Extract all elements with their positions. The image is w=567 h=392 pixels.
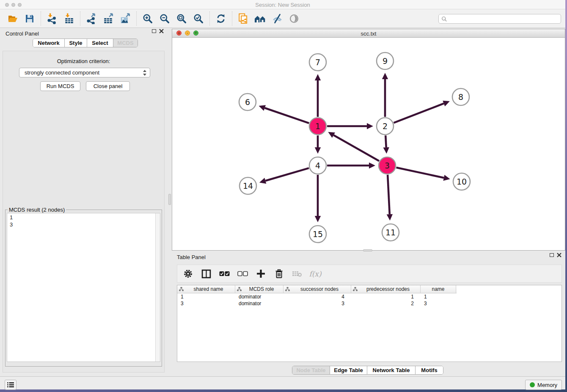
table-body: 1dominator4113dominator323 bbox=[177, 293, 561, 307]
first-neighbors-button[interactable] bbox=[252, 11, 269, 26]
run-mcds-button[interactable]: Run MCDS bbox=[40, 81, 80, 91]
select-stepper-icon bbox=[143, 69, 147, 76]
delete-table-button[interactable] bbox=[292, 269, 303, 279]
graph-node-15[interactable]: 15 bbox=[309, 226, 326, 243]
splitter-grip-horizontal[interactable] bbox=[363, 249, 372, 251]
tab-edge-table[interactable]: Edge Table bbox=[330, 366, 367, 374]
edge-1-6[interactable] bbox=[265, 108, 309, 123]
graph-node-4[interactable]: 4 bbox=[309, 157, 326, 174]
column-header-name[interactable]: name bbox=[421, 285, 456, 293]
tab-mcds[interactable]: MCDS bbox=[113, 39, 138, 47]
tab-style[interactable]: Style bbox=[64, 39, 87, 47]
graph-node-11[interactable]: 11 bbox=[382, 224, 399, 241]
zoom-fit-button[interactable] bbox=[173, 11, 190, 26]
column-header-MCDS-role[interactable]: MCDS role bbox=[235, 285, 284, 293]
function-builder-button[interactable]: f(x) bbox=[310, 269, 321, 279]
svg-text:7: 7 bbox=[315, 58, 320, 67]
table-row[interactable]: 1dominator411 bbox=[177, 293, 561, 300]
export-image-button[interactable] bbox=[117, 11, 134, 26]
graph-node-10[interactable]: 10 bbox=[453, 173, 470, 190]
new-network-from-selection-button[interactable] bbox=[235, 11, 252, 26]
tab-node-table[interactable]: Node Table bbox=[292, 366, 330, 374]
memory-button[interactable]: Memory bbox=[525, 380, 562, 390]
export-table-button[interactable] bbox=[100, 11, 117, 26]
table-cell[interactable]: dominator bbox=[235, 300, 284, 307]
edge-3-1[interactable] bbox=[333, 135, 379, 161]
save-session-button[interactable] bbox=[21, 11, 38, 26]
zoom-in-button[interactable] bbox=[139, 11, 156, 26]
graph-node-6[interactable]: 6 bbox=[239, 94, 256, 110]
table-cell[interactable]: dominator bbox=[235, 293, 284, 300]
graph-node-3[interactable]: 3 bbox=[379, 157, 396, 174]
close-panel-button[interactable]: Close panel bbox=[86, 81, 130, 91]
graph-node-1[interactable]: 1 bbox=[309, 118, 326, 135]
table-cell[interactable]: 3 bbox=[177, 300, 235, 307]
gear-icon bbox=[183, 269, 193, 279]
zoom-selected-button[interactable] bbox=[190, 11, 207, 26]
graph-node-8[interactable]: 8 bbox=[452, 88, 469, 105]
import-network-button[interactable] bbox=[44, 11, 61, 26]
float-table-panel-icon[interactable] bbox=[550, 253, 554, 257]
table-settings-button[interactable] bbox=[182, 269, 193, 279]
search-input[interactable] bbox=[447, 15, 561, 23]
svg-text:2: 2 bbox=[383, 121, 388, 131]
table-cell[interactable]: 2 bbox=[351, 300, 421, 307]
table-cell[interactable]: 3 bbox=[421, 300, 456, 307]
arrowhead-2-9 bbox=[382, 73, 388, 79]
network-canvas[interactable]: 7968124314101511 bbox=[172, 38, 565, 250]
table-cell[interactable]: 1 bbox=[177, 293, 235, 300]
edge-2-8[interactable] bbox=[394, 103, 444, 123]
zoom-selected-icon bbox=[193, 13, 204, 24]
toolbar-separator bbox=[80, 11, 80, 26]
create-column-button[interactable] bbox=[255, 269, 266, 279]
close-table-panel-icon[interactable] bbox=[557, 253, 561, 257]
table-row[interactable]: 3dominator323 bbox=[177, 300, 561, 307]
graph-node-2[interactable]: 2 bbox=[377, 118, 394, 135]
open-session-button[interactable] bbox=[4, 11, 21, 26]
column-header-shared-name[interactable]: shared name bbox=[177, 285, 235, 293]
close-panel-icon[interactable] bbox=[159, 29, 164, 33]
edge-4-14[interactable] bbox=[265, 168, 309, 181]
export-network-button[interactable] bbox=[83, 11, 100, 26]
memory-label: Memory bbox=[537, 382, 557, 388]
graph-node-14[interactable]: 14 bbox=[239, 177, 256, 194]
column-header-predecessor-nodes[interactable]: predecessor nodes bbox=[351, 285, 421, 293]
table-cell[interactable]: 4 bbox=[284, 293, 351, 300]
edge-2-3[interactable] bbox=[385, 135, 386, 147]
eye-slash-icon bbox=[272, 13, 283, 24]
tab-network-table[interactable]: Network Table bbox=[367, 366, 415, 374]
open-folder-icon bbox=[7, 14, 18, 24]
table-cell[interactable]: 1 bbox=[421, 293, 456, 300]
optimization-criterion-label: Optimization criterion: bbox=[3, 58, 164, 64]
table-cell[interactable]: 1 bbox=[351, 293, 421, 300]
svg-text:1: 1 bbox=[315, 121, 320, 131]
tab-motifs[interactable]: Motifs bbox=[415, 366, 443, 374]
hide-selected-button[interactable] bbox=[269, 11, 286, 26]
edge-3-10[interactable] bbox=[396, 168, 444, 178]
tab-network[interactable]: Network bbox=[33, 39, 64, 47]
control-panel-title: Control Panel bbox=[6, 30, 39, 37]
control-panel-tabs: NetworkStyleSelectMCDS bbox=[33, 39, 138, 47]
task-history-button[interactable] bbox=[5, 380, 17, 390]
edge-3-11[interactable] bbox=[388, 175, 390, 214]
mcds-result-box[interactable]: 1 3 bbox=[7, 213, 160, 362]
search-icon bbox=[441, 16, 447, 22]
zoom-out-button[interactable] bbox=[156, 11, 173, 26]
tab-select[interactable]: Select bbox=[87, 39, 113, 47]
float-panel-icon[interactable] bbox=[152, 29, 156, 33]
import-table-button[interactable] bbox=[61, 11, 77, 26]
graph-node-9[interactable]: 9 bbox=[377, 52, 394, 69]
apply-layout-button[interactable] bbox=[212, 11, 229, 26]
delete-columns-button[interactable] bbox=[273, 269, 284, 279]
graph-node-7[interactable]: 7 bbox=[309, 54, 326, 71]
column-label: shared name bbox=[184, 286, 233, 292]
select-all-columns-button[interactable] bbox=[219, 269, 230, 279]
unselect-all-columns-button[interactable] bbox=[237, 269, 248, 279]
show-column-panel-button[interactable] bbox=[201, 269, 212, 279]
refresh-icon bbox=[215, 13, 226, 24]
splitter-grip-vertical[interactable] bbox=[168, 194, 171, 205]
table-cell[interactable]: 3 bbox=[284, 300, 351, 307]
optimization-criterion-select[interactable]: strongly connected component bbox=[19, 68, 150, 77]
column-header-successor-nodes[interactable]: successor nodes bbox=[284, 285, 351, 293]
show-all-button[interactable] bbox=[286, 11, 303, 26]
